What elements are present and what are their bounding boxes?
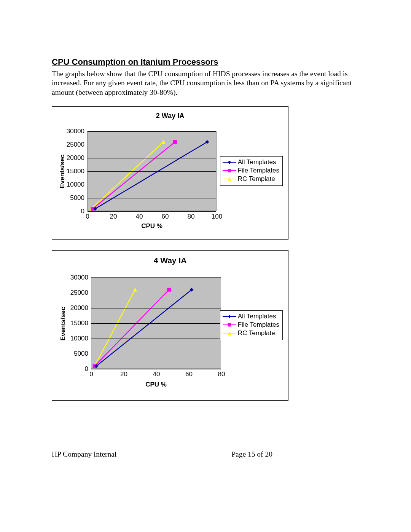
- x-axis-label-chart0: CPU %: [141, 222, 162, 230]
- y-tick-label: 20000: [70, 304, 91, 312]
- svg-rect-7: [228, 169, 231, 172]
- svg-marker-6: [228, 161, 231, 164]
- chart-title-4way: 4 Way IA: [52, 251, 288, 265]
- chart-4way: 4 Way IA 0500010000150002000025000300000…: [52, 250, 288, 401]
- y-tick-label: 15000: [70, 320, 91, 327]
- footer-left: HP Company Internal: [52, 450, 116, 459]
- y-tick-label: 20000: [67, 154, 88, 162]
- legend-label: All Templates: [238, 158, 276, 166]
- legend-entry: File Templates: [223, 166, 279, 175]
- legend-label: All Templates: [238, 313, 276, 320]
- legend-entry: RC Template: [223, 329, 279, 337]
- legend-entry: RC Template: [223, 175, 279, 183]
- y-tick-label: 5000: [70, 194, 88, 202]
- legend-swatch: [223, 176, 236, 182]
- body-text: The graphs below show that the CPU consu…: [52, 69, 364, 97]
- x-tick-label: 20: [120, 368, 127, 378]
- legend-chart0: All Templates File Templates RC Template: [220, 156, 283, 186]
- svg-rect-16: [228, 323, 231, 326]
- legend-entry: All Templates: [223, 158, 279, 166]
- legend-swatch: [223, 331, 236, 336]
- legend-chart1: All Templates File Templates RC Template: [220, 310, 283, 340]
- legend-label: File Templates: [238, 321, 279, 329]
- svg-marker-8: [228, 177, 231, 181]
- svg-marker-15: [228, 315, 231, 318]
- section-title: CPU Consumption on Itanium Processors: [52, 57, 373, 67]
- legend-swatch: [223, 322, 236, 328]
- chart-title-2way: 2 Way IA: [52, 107, 288, 120]
- svg-marker-17: [228, 332, 231, 335]
- y-axis-label-chart1: Events/sec: [59, 307, 67, 341]
- legend-entry: File Templates: [223, 321, 279, 329]
- footer-page: Page 15 of 20: [231, 450, 272, 459]
- x-tick-label: 20: [110, 211, 117, 220]
- y-tick-label: 10000: [67, 181, 88, 189]
- x-tick-label: 60: [162, 211, 169, 220]
- y-tick-label: 25000: [67, 141, 88, 149]
- legend-swatch: [223, 160, 236, 165]
- legend-swatch: [223, 168, 236, 173]
- y-tick-label: 25000: [70, 289, 91, 297]
- x-tick-label: 0: [89, 368, 93, 378]
- legend-entry: All Templates: [223, 312, 279, 321]
- x-tick-label: 40: [136, 211, 143, 220]
- x-tick-label: 0: [86, 211, 89, 220]
- page-footer: HP Company Internal Page 15 of 20: [52, 401, 272, 459]
- x-tick-label: 80: [188, 211, 195, 220]
- chart-2way: 2 Way IA 0500010000150002000025000300000…: [52, 106, 288, 240]
- legend-label: File Templates: [238, 167, 279, 174]
- y-tick-label: 15000: [67, 168, 88, 175]
- y-tick-label: 5000: [74, 350, 91, 358]
- x-axis-label-chart1: CPU %: [145, 381, 167, 388]
- svg-marker-1: [162, 140, 165, 144]
- y-tick-label: 30000: [70, 274, 91, 281]
- svg-rect-12: [167, 288, 171, 291]
- legend-label: RC Template: [238, 329, 275, 337]
- x-tick-label: 100: [212, 211, 222, 220]
- legend-swatch: [223, 314, 236, 319]
- svg-rect-3: [173, 140, 177, 144]
- legend-label: RC Template: [238, 175, 275, 183]
- y-tick-label: 30000: [67, 128, 88, 135]
- y-tick-label: 10000: [70, 335, 91, 342]
- x-tick-label: 60: [185, 368, 193, 378]
- x-tick-label: 80: [218, 368, 225, 378]
- y-axis-label-chart0: Events/sec: [59, 155, 66, 189]
- svg-marker-10: [133, 288, 137, 291]
- x-tick-label: 40: [153, 368, 160, 378]
